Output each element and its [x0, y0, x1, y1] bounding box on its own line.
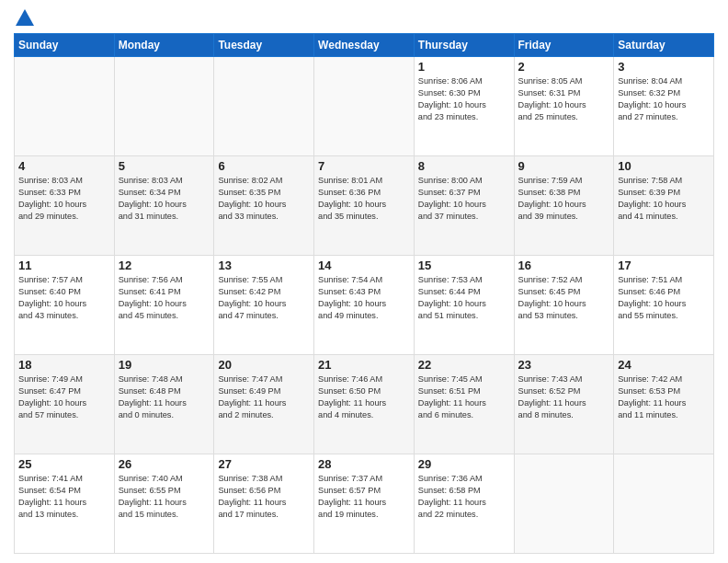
day-info: Sunrise: 7:54 AM Sunset: 6:43 PM Dayligh… [318, 274, 410, 322]
day-number: 16 [518, 259, 610, 272]
day-info: Sunrise: 8:03 AM Sunset: 6:33 PM Dayligh… [18, 175, 110, 223]
calendar-day-cell: 2Sunrise: 8:05 AM Sunset: 6:31 PM Daylig… [514, 57, 614, 156]
calendar-day-cell: 6Sunrise: 8:02 AM Sunset: 6:35 PM Daylig… [214, 156, 314, 256]
calendar-day-cell: 25Sunrise: 7:41 AM Sunset: 6:54 PM Dayli… [15, 454, 115, 554]
page: SundayMondayTuesdayWednesdayThursdayFrid… [0, 0, 728, 563]
calendar-day-header: Friday [514, 34, 614, 57]
day-number: 6 [218, 159, 310, 173]
day-info: Sunrise: 7:40 AM Sunset: 6:55 PM Dayligh… [119, 473, 210, 521]
day-number: 25 [18, 457, 110, 471]
day-number: 2 [518, 60, 610, 74]
calendar-day-cell: 9Sunrise: 7:59 AM Sunset: 6:38 PM Daylig… [514, 156, 614, 256]
day-info: Sunrise: 8:00 AM Sunset: 6:37 PM Dayligh… [418, 175, 510, 223]
day-number: 8 [418, 159, 510, 173]
day-number: 1 [418, 60, 510, 74]
day-number: 24 [618, 358, 710, 372]
day-number: 23 [518, 358, 610, 372]
calendar-day-header: Thursday [414, 34, 514, 57]
day-info: Sunrise: 7:49 AM Sunset: 6:47 PM Dayligh… [18, 373, 110, 421]
day-info: Sunrise: 7:37 AM Sunset: 6:57 PM Dayligh… [318, 473, 410, 521]
day-info: Sunrise: 8:05 AM Sunset: 6:31 PM Dayligh… [518, 75, 610, 123]
calendar-day-header: Tuesday [214, 34, 314, 57]
day-info: Sunrise: 7:41 AM Sunset: 6:54 PM Dayligh… [18, 473, 110, 521]
calendar-day-cell: 10Sunrise: 7:58 AM Sunset: 6:39 PM Dayli… [614, 156, 714, 256]
day-number: 10 [618, 159, 710, 173]
logo-triangle-icon [16, 9, 34, 26]
calendar-day-header: Wednesday [314, 34, 415, 57]
day-number: 19 [119, 358, 210, 372]
day-info: Sunrise: 7:51 AM Sunset: 6:46 PM Dayligh… [618, 274, 710, 322]
calendar-day-header: Sunday [15, 34, 115, 57]
calendar-day-cell: 18Sunrise: 7:49 AM Sunset: 6:47 PM Dayli… [15, 355, 115, 454]
calendar-day-cell: 4Sunrise: 8:03 AM Sunset: 6:33 PM Daylig… [15, 156, 115, 256]
day-number: 14 [318, 259, 410, 272]
day-number: 22 [418, 358, 510, 372]
calendar-day-cell: 5Sunrise: 8:03 AM Sunset: 6:34 PM Daylig… [114, 156, 214, 256]
day-number: 12 [119, 259, 210, 272]
day-number: 28 [318, 457, 410, 471]
day-number: 15 [418, 259, 510, 272]
day-number: 4 [18, 159, 110, 173]
day-number: 7 [318, 159, 410, 173]
day-info: Sunrise: 8:01 AM Sunset: 6:36 PM Dayligh… [318, 175, 410, 223]
calendar-day-cell: 7Sunrise: 8:01 AM Sunset: 6:36 PM Daylig… [314, 156, 415, 256]
day-info: Sunrise: 7:47 AM Sunset: 6:49 PM Dayligh… [218, 373, 310, 421]
day-info: Sunrise: 7:48 AM Sunset: 6:48 PM Dayligh… [119, 373, 210, 421]
header [14, 9, 714, 26]
day-number: 13 [218, 259, 310, 272]
day-info: Sunrise: 8:03 AM Sunset: 6:34 PM Dayligh… [119, 175, 210, 223]
calendar-day-cell: 21Sunrise: 7:46 AM Sunset: 6:50 PM Dayli… [314, 355, 415, 454]
day-number: 3 [618, 60, 710, 74]
day-info: Sunrise: 7:36 AM Sunset: 6:58 PM Dayligh… [418, 473, 510, 521]
calendar-day-cell: 14Sunrise: 7:54 AM Sunset: 6:43 PM Dayli… [314, 256, 415, 355]
day-number: 17 [618, 259, 710, 272]
day-info: Sunrise: 7:38 AM Sunset: 6:56 PM Dayligh… [218, 473, 310, 521]
calendar-day-cell: 19Sunrise: 7:48 AM Sunset: 6:48 PM Dayli… [114, 355, 214, 454]
logo [14, 9, 34, 26]
calendar-week-row: 4Sunrise: 8:03 AM Sunset: 6:33 PM Daylig… [15, 156, 714, 256]
day-number: 5 [119, 159, 210, 173]
calendar-day-cell: 17Sunrise: 7:51 AM Sunset: 6:46 PM Dayli… [614, 256, 714, 355]
calendar-day-cell: 13Sunrise: 7:55 AM Sunset: 6:42 PM Dayli… [214, 256, 314, 355]
calendar-day-cell [114, 57, 214, 156]
calendar-day-cell: 28Sunrise: 7:37 AM Sunset: 6:57 PM Dayli… [314, 454, 415, 554]
calendar-week-row: 25Sunrise: 7:41 AM Sunset: 6:54 PM Dayli… [15, 454, 714, 554]
day-number: 26 [119, 457, 210, 471]
calendar-day-cell [15, 57, 115, 156]
calendar-week-row: 18Sunrise: 7:49 AM Sunset: 6:47 PM Dayli… [15, 355, 714, 454]
day-info: Sunrise: 7:59 AM Sunset: 6:38 PM Dayligh… [518, 175, 610, 223]
day-number: 18 [18, 358, 110, 372]
day-number: 9 [518, 159, 610, 173]
calendar-day-cell: 1Sunrise: 8:06 AM Sunset: 6:30 PM Daylig… [414, 57, 514, 156]
calendar-day-cell: 22Sunrise: 7:45 AM Sunset: 6:51 PM Dayli… [414, 355, 514, 454]
day-info: Sunrise: 7:58 AM Sunset: 6:39 PM Dayligh… [618, 175, 710, 223]
calendar-table: SundayMondayTuesdayWednesdayThursdayFrid… [14, 33, 714, 554]
day-info: Sunrise: 7:45 AM Sunset: 6:51 PM Dayligh… [418, 373, 510, 421]
calendar-day-cell: 24Sunrise: 7:42 AM Sunset: 6:53 PM Dayli… [614, 355, 714, 454]
calendar-day-cell: 11Sunrise: 7:57 AM Sunset: 6:40 PM Dayli… [15, 256, 115, 355]
day-number: 21 [318, 358, 410, 372]
day-info: Sunrise: 7:42 AM Sunset: 6:53 PM Dayligh… [618, 373, 710, 421]
calendar-day-header: Saturday [614, 34, 714, 57]
svg-marker-0 [16, 9, 34, 26]
calendar-day-cell: 15Sunrise: 7:53 AM Sunset: 6:44 PM Dayli… [414, 256, 514, 355]
calendar-day-cell: 16Sunrise: 7:52 AM Sunset: 6:45 PM Dayli… [514, 256, 614, 355]
day-info: Sunrise: 8:06 AM Sunset: 6:30 PM Dayligh… [418, 75, 510, 123]
day-number: 11 [18, 259, 110, 272]
calendar-day-cell: 20Sunrise: 7:47 AM Sunset: 6:49 PM Dayli… [214, 355, 314, 454]
calendar-day-cell: 29Sunrise: 7:36 AM Sunset: 6:58 PM Dayli… [414, 454, 514, 554]
day-info: Sunrise: 7:56 AM Sunset: 6:41 PM Dayligh… [119, 274, 210, 322]
calendar-day-cell: 3Sunrise: 8:04 AM Sunset: 6:32 PM Daylig… [614, 57, 714, 156]
calendar-day-cell: 23Sunrise: 7:43 AM Sunset: 6:52 PM Dayli… [514, 355, 614, 454]
day-number: 29 [418, 457, 510, 471]
calendar-day-cell: 27Sunrise: 7:38 AM Sunset: 6:56 PM Dayli… [214, 454, 314, 554]
calendar-week-row: 11Sunrise: 7:57 AM Sunset: 6:40 PM Dayli… [15, 256, 714, 355]
calendar-day-cell: 26Sunrise: 7:40 AM Sunset: 6:55 PM Dayli… [114, 454, 214, 554]
day-number: 20 [218, 358, 310, 372]
calendar-day-cell [214, 57, 314, 156]
calendar-week-row: 1Sunrise: 8:06 AM Sunset: 6:30 PM Daylig… [15, 57, 714, 156]
day-info: Sunrise: 7:43 AM Sunset: 6:52 PM Dayligh… [518, 373, 610, 421]
calendar-header-row: SundayMondayTuesdayWednesdayThursdayFrid… [15, 34, 714, 57]
calendar-day-cell [314, 57, 415, 156]
day-info: Sunrise: 7:55 AM Sunset: 6:42 PM Dayligh… [218, 274, 310, 322]
